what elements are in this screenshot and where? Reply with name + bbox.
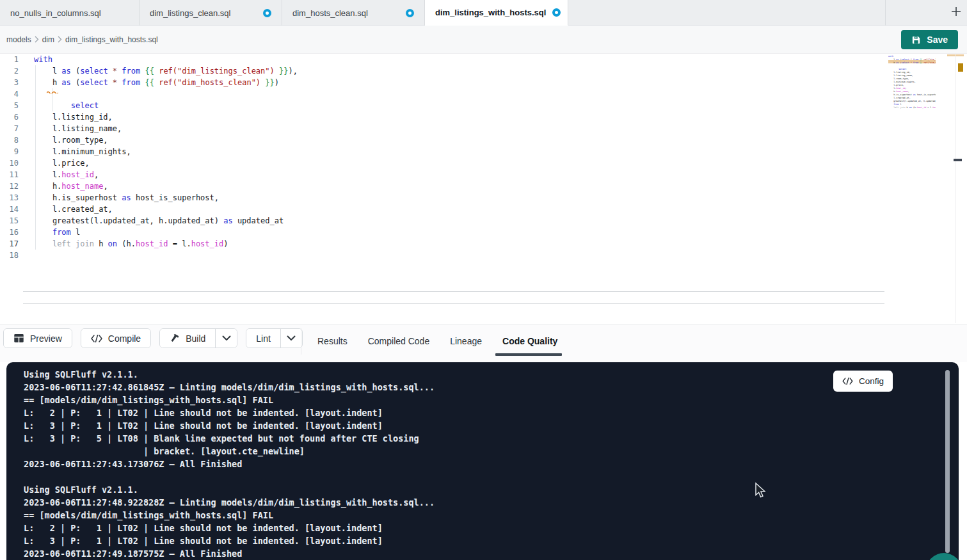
breadcrumb-bar: modelsdimdim_listings_with_hosts.sql Sav… (0, 26, 967, 54)
terminal-output: Using SQLFluff v2.1.1.2023-06-06T11:27:4… (24, 368, 933, 560)
action-buttons: PreviewCompileBuildLint (3, 328, 303, 348)
code-line-12[interactable]: h.host_name, (0, 180, 883, 192)
code-icon (91, 335, 102, 342)
build-button-group: Build (159, 328, 237, 348)
lint-label: Lint (256, 333, 271, 344)
config-button[interactable]: Config (833, 371, 893, 392)
error-squiggle (47, 85, 58, 97)
minimap-line (888, 109, 936, 113)
code-line-2[interactable]: l as (select * from {{ ref("dim_listings… (0, 65, 883, 77)
action-toolbar: PreviewCompileBuildLint ResultsCompiled … (0, 324, 967, 362)
code-line-1[interactable]: with (0, 54, 883, 65)
preview-button-group: Preview (3, 328, 72, 348)
breadcrumb-segment[interactable]: dim_listings_with_hosts.sql (65, 35, 158, 44)
terminal-scrollbar[interactable] (945, 370, 950, 553)
floppy-icon (911, 35, 921, 45)
code-line-9[interactable]: l.minimum_nights, (0, 146, 883, 157)
code-line-13[interactable]: h.is_superhost as host_is_superhost, (0, 192, 883, 204)
cursor-position-marker (954, 159, 962, 161)
editor-tab-no_nulls_in_columns[interactable]: no_nulls_in_columns.sql (0, 0, 140, 26)
dbt-ide-window: no_nulls_in_columns.sqldim_listings_clea… (0, 0, 967, 560)
build-button[interactable]: Build (160, 329, 215, 348)
editor-tab-bar: no_nulls_in_columns.sqldim_listings_clea… (0, 0, 967, 26)
terminal-line: 2023-06-06T11:27:48.922828Z — Linting mo… (24, 496, 933, 509)
hammer-icon (170, 333, 180, 344)
code-line-11[interactable]: l.host_id, (0, 169, 883, 180)
tab-results[interactable]: Results (317, 333, 348, 356)
terminal-line: == [models/dim/dim_listings_with_hosts.s… (24, 509, 933, 522)
tab-strip: no_nulls_in_columns.sqldim_listings_clea… (0, 0, 568, 25)
tab-label: dim_hosts_clean.sql (292, 8, 368, 18)
code-line-18[interactable] (0, 250, 883, 261)
tabbar-divider (885, 0, 886, 26)
code-line-6[interactable]: l.listing_id, (0, 111, 883, 123)
code-line-7[interactable]: l.listing_name, (0, 123, 883, 134)
minimap[interactable]: with l as (select * from {{ ref("dim_lis… (888, 55, 936, 132)
current-line-highlight (23, 291, 884, 304)
compile-label: Compile (108, 333, 141, 344)
code-line-10[interactable]: l.price, (0, 157, 883, 169)
terminal-line: Using SQLFluff v2.1.1. (24, 483, 933, 496)
breadcrumb: modelsdimdim_listings_with_hosts.sql (6, 26, 158, 54)
lint-button[interactable]: Lint (246, 329, 280, 348)
terminal-line: == [models/dim/dim_listings_with_hosts.s… (24, 394, 933, 406)
breadcrumb-segment[interactable]: models (6, 35, 31, 44)
save-button[interactable]: Save (901, 30, 958, 49)
minimap-error-highlight-edge (947, 54, 964, 56)
tab-label: dim_listings_clean.sql (150, 8, 230, 18)
lint-warning-marker (958, 63, 963, 72)
new-tab-button[interactable] (947, 4, 965, 22)
terminal-line: L: 3 | P: 5 | LT08 | Blank line expected… (24, 432, 933, 445)
terminal-line: 2023-06-06T11:27:49.187575Z — All Finish… (24, 547, 933, 560)
code-line-17[interactable]: left join h on (h.host_id = l.host_id) (0, 238, 883, 250)
tab-label: dim_listings_with_hosts.sql (435, 8, 546, 17)
code-editor[interactable]: 123456789101112131415161718 with l as (s… (0, 54, 967, 324)
preview-button[interactable]: Preview (4, 329, 72, 348)
editor-tab-dim_listings_clean[interactable]: dim_listings_clean.sql (140, 0, 282, 26)
code-line-16[interactable]: from l (0, 227, 883, 238)
editor-tab-dim_listings_with_hosts[interactable]: dim_listings_with_hosts.sql (425, 0, 568, 26)
minimap-line: h as (select * from {{ ref("dim_hosts_cl… (888, 61, 936, 65)
minimap-line: left join h on (h.host_id = l.host_id) (888, 106, 936, 109)
config-label: Config (859, 376, 884, 386)
chevron-right-icon (34, 35, 40, 45)
lint-button-group: Lint (246, 328, 303, 348)
unsaved-changes-dot-icon (552, 8, 561, 17)
breadcrumb-segment[interactable]: dim (42, 35, 54, 44)
code-line-5[interactable]: select (0, 100, 883, 111)
save-label: Save (927, 35, 948, 45)
terminal-line: Using SQLFluff v2.1.1. (24, 368, 933, 381)
terminal-line: L: 2 | P: 1 | LT02 | Line should not be … (24, 406, 933, 419)
code-line-15[interactable]: greatest(l.updated_at, h.updated_at) as … (0, 215, 883, 227)
terminal-line: 2023-06-06T11:27:42.861845Z — Linting mo… (24, 381, 933, 394)
tab-lineage[interactable]: Lineage (450, 333, 482, 356)
terminal-line: L: 3 | P: 1 | LT02 | Line should not be … (24, 419, 933, 432)
terminal-line: 2023-06-06T11:27:43.173076Z — All Finish… (24, 458, 933, 470)
tab-code-quality[interactable]: Code Quality (502, 333, 557, 356)
terminal-line (24, 470, 933, 483)
plus-icon (950, 5, 963, 20)
code-line-8[interactable]: l.room_type, (0, 134, 883, 146)
overview-ruler (955, 54, 955, 323)
code-line-4[interactable] (0, 88, 883, 100)
code-icon (842, 378, 853, 385)
result-panel-tabs: ResultsCompiled CodeLineageCode Quality (317, 333, 557, 356)
lint-dropdown-button[interactable] (280, 329, 302, 348)
compile-button[interactable]: Compile (81, 329, 150, 348)
chevron-right-icon (57, 35, 63, 45)
code-line-3[interactable]: h as (select * from {{ ref("dim_hosts_cl… (0, 77, 883, 88)
preview-label: Preview (30, 333, 62, 344)
unsaved-changes-dot-icon (406, 9, 414, 17)
editor-tab-dim_hosts_clean[interactable]: dim_hosts_clean.sql (282, 0, 425, 26)
chevron-down-icon (287, 335, 296, 341)
compile-button-group: Compile (81, 328, 151, 348)
tab-compiled-code[interactable]: Compiled Code (368, 333, 430, 356)
build-dropdown-button[interactable] (215, 329, 237, 348)
tab-label: no_nulls_in_columns.sql (10, 8, 101, 18)
build-label: Build (186, 333, 205, 344)
lint-output-terminal[interactable]: Using SQLFluff v2.1.1.2023-06-06T11:27:4… (6, 362, 959, 560)
terminal-line: L: 2 | P: 1 | LT02 | Line should not be … (24, 522, 933, 534)
code-line-14[interactable]: l.created_at, (0, 204, 883, 215)
terminal-line: L: 3 | P: 1 | LT02 | Line should not be … (24, 534, 933, 547)
table-icon (13, 333, 24, 344)
